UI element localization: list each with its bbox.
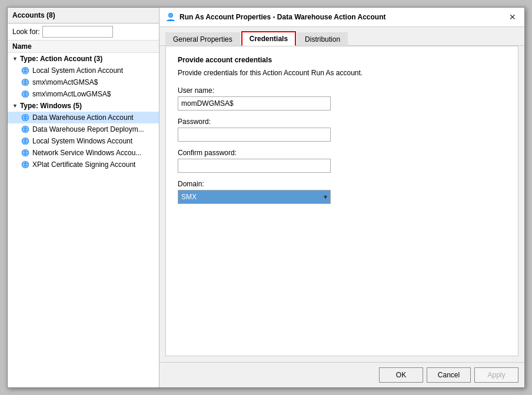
group-windows: ▼ Type: Windows (5) [8,100,159,112]
svg-point-41 [169,14,172,17]
confirm-password-input[interactable] [178,159,331,173]
item-label: smx\momActLowGMSA$ [32,90,111,98]
look-for-label: Look for: [12,28,40,36]
domain-label: Domain: [178,180,506,188]
item-label: XPlat Certificate Signing Account [32,160,135,169]
item-label: Local System Action Account [32,66,123,75]
password-label: Password: [178,118,506,126]
accounts-tree: ▼ Type: Action Account (3) Local System … [8,53,159,387]
globe-icon [21,66,30,75]
domain-select-wrapper: SMX [178,190,331,204]
close-button[interactable]: ✕ [507,11,518,23]
list-item[interactable]: Local System Windows Account [8,135,159,147]
triangle-icon: ▼ [12,103,18,109]
dialog-content: Provide account credentials Provide cred… [165,46,518,356]
tab-credentials[interactable]: Credentials [241,31,296,46]
dialog-buttons: OK Cancel Apply [159,362,524,387]
section-description: Provide credentials for this Action Acco… [178,69,506,77]
username-label-text: User name: [178,86,214,95]
username-input[interactable] [178,96,331,111]
left-panel: Accounts (8) Look for: Name ▼ Type: Acti… [8,8,159,387]
look-for-row: Look for: [8,24,159,41]
globe-icon [21,160,30,169]
group-action-account: ▼ Type: Action Account (3) [8,53,159,65]
list-item[interactable]: Data Warehouse Report Deploym... [8,123,159,135]
username-label: User name: [178,86,506,95]
triangle-icon: ▼ [12,56,18,62]
accounts-header: Accounts (8) [8,8,159,24]
item-label: Data Warehouse Action Account [32,113,134,122]
tab-distribution[interactable]: Distribution [297,32,348,46]
username-group: User name: [178,86,506,111]
domain-group: Domain: SMX [178,180,506,204]
list-item[interactable]: Network Service Windows Accou... [8,147,159,159]
globe-icon [21,136,30,146]
cancel-button[interactable]: Cancel [427,367,471,383]
dialog-titlebar: Run As Account Properties - Data Warehou… [159,8,524,27]
ok-button[interactable]: OK [379,367,423,383]
globe-icon [21,125,30,134]
name-column-header: Name [8,41,159,53]
tab-general[interactable]: General Properties [165,32,240,46]
look-for-input[interactable] [42,26,113,38]
dialog-title-text: Run As Account Properties - Data Warehou… [179,13,385,21]
item-label: Network Service Windows Accou... [32,149,141,157]
confirm-password-group: Confirm password: [178,149,506,173]
section-title: Provide account credentials [178,56,506,64]
list-item[interactable]: XPlat Certificate Signing Account [8,159,159,170]
list-item[interactable]: smx\momActLowGMSA$ [8,88,159,100]
globe-icon [21,148,30,158]
password-input[interactable] [178,128,331,142]
apply-button[interactable]: Apply [474,367,518,383]
list-item[interactable]: smx\momActGMSA$ [8,76,159,88]
password-group: Password: [178,118,506,142]
globe-icon [21,89,30,99]
item-label: Local System Windows Account [32,137,132,145]
list-item[interactable]: Local System Action Account [8,65,159,76]
confirm-password-label: Confirm password: [178,149,506,157]
list-item[interactable]: Data Warehouse Action Account [8,112,159,123]
dialog-title-left: Run As Account Properties - Data Warehou… [165,12,385,22]
globe-icon [21,113,30,122]
item-label: Data Warehouse Report Deploym... [32,125,144,133]
tabs-row: General Properties Credentials Distribut… [159,27,524,46]
account-icon [165,12,176,22]
domain-select[interactable]: SMX [178,190,331,204]
globe-icon [21,78,30,87]
item-label: smx\momActGMSA$ [32,78,98,86]
dialog-panel: Run As Account Properties - Data Warehou… [159,8,524,387]
